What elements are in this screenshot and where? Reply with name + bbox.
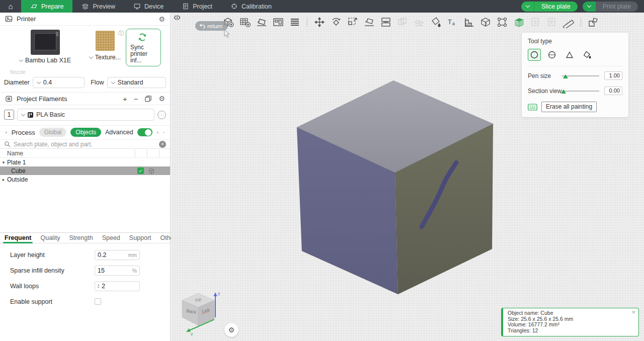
printer-name: Bambu Lab X1E	[25, 57, 71, 64]
sync-filament-icon[interactable]	[144, 95, 152, 103]
section-view-slider[interactable]	[562, 91, 599, 92]
expand-arrow-icon[interactable]: ▸	[0, 177, 7, 182]
navigation-cube[interactable]: top Back Left z Y	[178, 290, 224, 336]
advanced-toggle[interactable]	[137, 128, 152, 136]
text-tool-button[interactable]: Ta	[445, 15, 459, 29]
tree-row-cube[interactable]: Cube ✓	[0, 166, 170, 175]
diameter-select[interactable]: 0.4	[33, 77, 85, 88]
auto-orient-button[interactable]	[255, 15, 269, 29]
filament-slot-number[interactable]: 1	[4, 110, 14, 120]
nav-y-label: Y	[190, 332, 193, 336]
slice-dropdown[interactable]	[521, 2, 534, 12]
visibility-checkbox[interactable]: ✓	[137, 167, 144, 174]
tree-row-outside[interactable]: ▸ Outside	[0, 175, 170, 184]
printable-cube-icon[interactable]	[148, 167, 155, 175]
viewport-3d[interactable]: Ta 0 P return Tool type Pen size 1.00	[171, 13, 644, 341]
plate-info-icon[interactable]: ⓘ	[118, 30, 124, 37]
print-plate-button[interactable]: Print plate	[583, 2, 638, 12]
tab-quality[interactable]: Quality	[36, 233, 64, 243]
filament-more-button[interactable]: ···	[157, 111, 166, 119]
support-painting-button-active[interactable]	[512, 15, 526, 29]
variable-layer-height-button[interactable]	[462, 15, 476, 29]
object-tree-header: Name	[0, 149, 170, 158]
process-title: Process	[12, 129, 35, 136]
print-dropdown[interactable]	[583, 2, 596, 12]
nozzle-legend: Nozzle	[10, 69, 170, 75]
color-painting-button[interactable]	[429, 15, 443, 29]
triangle-tool-button[interactable]	[563, 49, 576, 61]
label-parts-button[interactable]: P	[545, 15, 559, 29]
paint-tool-panel: Tool type Pen size 1.00 Section view 0.0…	[522, 33, 628, 117]
remove-filament-button[interactable]: −	[134, 95, 138, 103]
split-to-objects-button[interactable]	[395, 15, 410, 29]
tab-project[interactable]: Project	[173, 0, 221, 13]
erase-all-painting-button[interactable]: Erase all painting	[541, 102, 597, 112]
enable-support-checkbox[interactable]	[95, 298, 101, 305]
tab-device[interactable]: Device	[124, 0, 173, 13]
filaments-section-title: Project Filaments	[17, 95, 67, 103]
pen-size-slider[interactable]	[562, 75, 599, 76]
sync-printer-button[interactable]: Sync printer inf...	[126, 29, 161, 66]
infill-density-input[interactable]: 15 %	[95, 266, 140, 276]
spin-down-icon[interactable]: ▾	[98, 286, 99, 289]
measure-button[interactable]	[561, 15, 576, 29]
tab-frequent[interactable]: Frequent	[0, 233, 36, 243]
tune-parameters-icon[interactable]	[163, 129, 165, 136]
flow-select[interactable]: Standard	[107, 77, 166, 88]
tab-speed[interactable]: Speed	[98, 233, 125, 243]
scale-button[interactable]	[346, 15, 360, 29]
tree-row-plate1[interactable]: ▾ Plate 1	[0, 158, 170, 166]
pen-size-slider-thumb[interactable]	[563, 74, 568, 78]
tab-support[interactable]: Support	[125, 233, 156, 243]
search-input[interactable]	[14, 141, 156, 148]
add-plate-button[interactable]	[238, 15, 252, 29]
chevron-down-icon	[36, 79, 40, 83]
process-objects-toggle[interactable]: Objects	[70, 128, 101, 137]
seam-painting-button[interactable]	[495, 15, 509, 29]
tab-strength[interactable]: Strength	[64, 233, 97, 243]
layout-button[interactable]	[288, 15, 302, 29]
printer-icon	[5, 15, 13, 23]
arrange-button[interactable]	[271, 15, 285, 29]
circle-tool-button[interactable]	[528, 49, 541, 61]
rotate-button[interactable]	[329, 15, 343, 29]
process-global-toggle[interactable]: Global	[39, 128, 67, 137]
layer-height-input[interactable]: 0.2 mm	[95, 250, 140, 260]
gear-icon: ⚙	[228, 326, 235, 334]
printer-selector[interactable]: Bambu Lab X1E	[3, 29, 88, 66]
slice-plate-button[interactable]: Slice plate	[521, 2, 578, 12]
cut-button[interactable]	[478, 15, 493, 29]
svg-text:P: P	[550, 20, 554, 25]
printer-settings-gear-icon[interactable]: ⚙	[158, 16, 165, 23]
printer-section-title: Printer	[17, 15, 36, 23]
tab-preview[interactable]: Preview	[72, 0, 124, 13]
tab-prepare[interactable]: Prepare	[21, 0, 72, 13]
fill-tool-button[interactable]	[581, 49, 594, 61]
layer-height-value: 0.2	[98, 251, 106, 259]
filament-select[interactable]: PLA Basic	[17, 109, 154, 121]
split-horizontal-button[interactable]	[379, 15, 393, 29]
label-objects-button[interactable]: 0	[528, 15, 542, 29]
plate-selector[interactable]: ⓘ Texture...	[88, 29, 123, 66]
move-button[interactable]	[312, 15, 327, 29]
tab-calibration[interactable]: Calibration	[221, 0, 281, 13]
close-info-icon[interactable]: ×	[631, 309, 635, 315]
section-view-value[interactable]: 0.00	[604, 87, 622, 95]
viewport-settings-button[interactable]: ⚙	[224, 323, 238, 337]
collapse-arrow-icon[interactable]: ▾	[0, 160, 7, 165]
flow-value: Standard	[118, 79, 143, 86]
split-to-parts-button[interactable]	[412, 15, 426, 29]
home-button[interactable]: ⌂	[0, 0, 21, 13]
assembly-button[interactable]	[586, 15, 600, 29]
plate-image	[96, 31, 115, 51]
section-view-slider-thumb[interactable]	[561, 90, 566, 94]
filament-settings-gear-icon[interactable]: ⚙	[158, 95, 165, 102]
parameter-list-icon[interactable]	[156, 129, 159, 136]
pen-size-value[interactable]: 1.00	[604, 71, 622, 80]
lay-on-face-button[interactable]	[362, 15, 376, 29]
clear-search-icon[interactable]: ×	[159, 141, 166, 148]
sphere-tool-button[interactable]	[545, 49, 558, 61]
add-filament-button[interactable]: +	[123, 95, 127, 103]
wall-loops-stepper[interactable]: ▴▾ 2	[95, 281, 140, 291]
collapse-panel-icon[interactable]	[174, 14, 181, 21]
